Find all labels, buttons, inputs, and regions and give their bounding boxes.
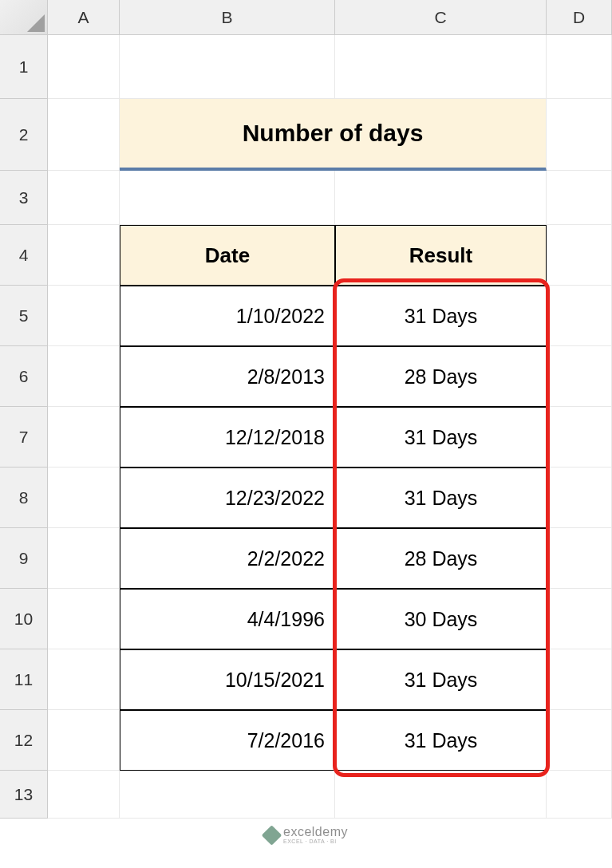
row-header-6[interactable]: 6 xyxy=(0,346,48,407)
cell-d7[interactable] xyxy=(547,407,612,468)
cell-c1[interactable] xyxy=(335,35,547,99)
cell-d2[interactable] xyxy=(547,99,612,171)
result-cell[interactable]: 28 Days xyxy=(335,528,547,589)
row-header-2[interactable]: 2 xyxy=(0,99,48,171)
cell-d4[interactable] xyxy=(547,225,612,286)
watermark-sub: EXCEL · DATA · BI xyxy=(283,838,348,844)
cell-d5[interactable] xyxy=(547,286,612,346)
row-header-11[interactable]: 11 xyxy=(0,649,48,710)
watermark: exceldemy EXCEL · DATA · BI xyxy=(264,826,348,844)
col-header-a[interactable]: A xyxy=(48,0,120,35)
cell-d12[interactable] xyxy=(547,710,612,771)
spreadsheet-grid: A B C D 1 2 Number of days 3 4 Date Resu… xyxy=(0,0,612,819)
col-header-b[interactable]: B xyxy=(120,0,335,35)
result-cell[interactable]: 31 Days xyxy=(335,649,547,710)
cell-a13[interactable] xyxy=(48,771,120,819)
cell-d11[interactable] xyxy=(547,649,612,710)
watermark-icon xyxy=(261,825,281,845)
table-header-date[interactable]: Date xyxy=(120,225,335,286)
row-header-5[interactable]: 5 xyxy=(0,286,48,346)
cell-b13[interactable] xyxy=(120,771,335,819)
cell-d3[interactable] xyxy=(547,171,612,225)
cell-c3[interactable] xyxy=(335,171,547,225)
result-cell[interactable]: 30 Days xyxy=(335,589,547,649)
cell-d1[interactable] xyxy=(547,35,612,99)
row-header-4[interactable]: 4 xyxy=(0,225,48,286)
title-cell[interactable]: Number of days xyxy=(120,99,547,171)
col-header-c[interactable]: C xyxy=(335,0,547,35)
cell-a11[interactable] xyxy=(48,649,120,710)
row-header-12[interactable]: 12 xyxy=(0,710,48,771)
row-header-1[interactable]: 1 xyxy=(0,35,48,99)
col-header-d[interactable]: D xyxy=(547,0,612,35)
cell-d13[interactable] xyxy=(547,771,612,819)
cell-b1[interactable] xyxy=(120,35,335,99)
row-header-7[interactable]: 7 xyxy=(0,407,48,468)
cell-a5[interactable] xyxy=(48,286,120,346)
cell-b3[interactable] xyxy=(120,171,335,225)
date-cell[interactable]: 2/2/2022 xyxy=(120,528,335,589)
result-cell[interactable]: 31 Days xyxy=(335,468,547,528)
cell-a10[interactable] xyxy=(48,589,120,649)
watermark-main: exceldemy xyxy=(283,826,348,838)
cell-d9[interactable] xyxy=(547,528,612,589)
cell-d8[interactable] xyxy=(547,468,612,528)
cell-a7[interactable] xyxy=(48,407,120,468)
date-cell[interactable]: 7/2/2016 xyxy=(120,710,335,771)
row-header-13[interactable]: 13 xyxy=(0,771,48,819)
cell-a8[interactable] xyxy=(48,468,120,528)
cell-d6[interactable] xyxy=(547,346,612,407)
cell-a12[interactable] xyxy=(48,710,120,771)
date-cell[interactable]: 2/8/2013 xyxy=(120,346,335,407)
cell-a4[interactable] xyxy=(48,225,120,286)
cell-a2[interactable] xyxy=(48,99,120,171)
row-header-3[interactable]: 3 xyxy=(0,171,48,225)
row-header-8[interactable]: 8 xyxy=(0,468,48,528)
result-cell[interactable]: 31 Days xyxy=(335,710,547,771)
result-cell[interactable]: 31 Days xyxy=(335,286,547,346)
result-cell[interactable]: 28 Days xyxy=(335,346,547,407)
date-cell[interactable]: 1/10/2022 xyxy=(120,286,335,346)
cell-a6[interactable] xyxy=(48,346,120,407)
cell-a1[interactable] xyxy=(48,35,120,99)
date-cell[interactable]: 12/12/2018 xyxy=(120,407,335,468)
watermark-text: exceldemy EXCEL · DATA · BI xyxy=(283,826,348,844)
cell-a3[interactable] xyxy=(48,171,120,225)
date-cell[interactable]: 4/4/1996 xyxy=(120,589,335,649)
select-all-corner[interactable] xyxy=(0,0,48,35)
cell-c13[interactable] xyxy=(335,771,547,819)
date-cell[interactable]: 10/15/2021 xyxy=(120,649,335,710)
cell-d10[interactable] xyxy=(547,589,612,649)
date-cell[interactable]: 12/23/2022 xyxy=(120,468,335,528)
row-header-10[interactable]: 10 xyxy=(0,589,48,649)
table-header-result[interactable]: Result xyxy=(335,225,547,286)
row-header-9[interactable]: 9 xyxy=(0,528,48,589)
result-cell[interactable]: 31 Days xyxy=(335,407,547,468)
cell-a9[interactable] xyxy=(48,528,120,589)
